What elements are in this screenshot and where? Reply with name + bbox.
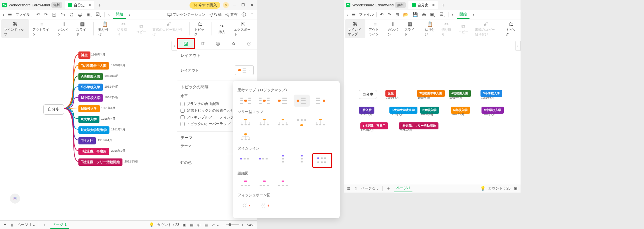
view-mindmap-button-r[interactable]: ⌘マインドマップ [345, 19, 365, 38]
document-tab[interactable]: 自分史 [65, 1, 94, 9]
ribbon-prev-icon[interactable]: ‹ [107, 11, 110, 18]
page-select[interactable]: ページ-1 ⌄ [17, 222, 35, 227]
layout-option[interactable] [256, 116, 272, 128]
view-kanban-button-r[interactable]: ⫴カンバン [385, 19, 401, 38]
zoom-slider[interactable]: −＋ [223, 222, 244, 227]
layout-option[interactable] [238, 131, 254, 143]
panel-tab-style[interactable] [195, 38, 211, 49]
topic-button-r[interactable]: 🗂トピック [503, 19, 519, 38]
layout-option[interactable] [238, 200, 254, 212]
mindmap-node[interactable]: M中学校入学 [78, 94, 103, 102]
layout-option[interactable] [238, 153, 254, 165]
nav-back-icon-r[interactable]: ‹ [346, 11, 348, 18]
format-painter-button[interactable]: 🖌書式のコピー貼り付け [150, 19, 187, 38]
sb-slide-icon-r[interactable]: ▯ [354, 186, 357, 191]
buy-now-button[interactable]: 今すぐ購入 [190, 2, 220, 9]
sb-slide-icon[interactable]: ▯ [10, 222, 14, 228]
layout-option[interactable] [294, 95, 310, 107]
ribbon-prev-icon-r[interactable]: ‹ [451, 11, 454, 18]
print-icon[interactable] [77, 12, 83, 18]
layout-option[interactable] [238, 178, 254, 190]
layout-option[interactable] [238, 116, 254, 128]
insert-button[interactable]: ↷挿入 [214, 22, 230, 36]
cut-button-r[interactable]: ✂切り取り [439, 19, 455, 38]
layout-option[interactable] [275, 116, 291, 128]
collapse-ribbon-icon[interactable]: ⌃ [250, 11, 255, 18]
layout-option[interactable] [256, 95, 272, 107]
format-painter-button-r[interactable]: 🖌書式のコピー貼り付け [472, 19, 499, 38]
print-icon-r[interactable]: 🖶 [421, 11, 427, 18]
ribbon-tab-start[interactable]: 開始 [113, 10, 126, 19]
checklist-icon[interactable]: ☑▾ [95, 11, 102, 18]
add-page-button-r[interactable]: ＋ [386, 186, 391, 192]
new-tab-button[interactable]: ＋ [97, 2, 102, 9]
layout-option[interactable] [312, 95, 328, 107]
hamburger-icon-r[interactable]: ☰ [351, 11, 356, 18]
sb-fit-icon[interactable]: ▣ [182, 222, 187, 228]
share-button[interactable]: 共有 [225, 12, 238, 17]
open-icon-r[interactable]: 📂 [402, 11, 409, 18]
redo-icon-r[interactable]: ↷ [387, 11, 392, 18]
layout-option[interactable] [275, 153, 291, 165]
help-icon[interactable]: ⓘ [241, 11, 247, 18]
layout-option[interactable] [294, 153, 310, 165]
hamburger-icon[interactable]: ☰ [7, 11, 13, 18]
user-avatar[interactable]: y [223, 2, 229, 8]
sb-view-icon[interactable]: ▦ [204, 222, 209, 228]
undo-icon-r[interactable]: ↶ [379, 11, 384, 18]
mindmap-node[interactable]: T社退職、フリー活動開始 [78, 158, 122, 166]
copy-button-r[interactable]: ⧉コピー [455, 22, 471, 36]
mindmap-node[interactable]: K大学入学 [78, 116, 99, 123]
mindmap-node[interactable]: T社入社 [78, 137, 96, 144]
layout-option[interactable] [312, 153, 332, 168]
tips-icon-r[interactable]: 💡 [480, 186, 486, 191]
layout-option[interactable] [256, 178, 272, 190]
mindmap-node[interactable]: 誕生 [78, 51, 90, 59]
root-node[interactable]: 自分史 [43, 104, 64, 115]
mindmap-node[interactable]: K大学大学院進学 [78, 126, 109, 134]
mindmap-node[interactable]: S小学校入学 [78, 84, 103, 91]
file-menu[interactable]: ファイル [15, 12, 30, 17]
file-menu-r[interactable]: ファイル [359, 12, 374, 17]
save-icon-r[interactable]: 💾 [412, 11, 418, 18]
cut-button[interactable]: ✂切り取り [114, 19, 132, 38]
page-tab[interactable]: ページ-1 [50, 221, 69, 229]
new-icon-r[interactable]: ⊞ [395, 11, 400, 18]
panel-tab-clipart[interactable] [226, 38, 242, 49]
add-page-button[interactable]: ＋ [42, 222, 47, 228]
close-button[interactable]: ✕ [249, 2, 255, 8]
ribbon-tab-start-r[interactable]: 開始 [457, 10, 469, 19]
save-icon[interactable] [68, 12, 74, 18]
redo-icon[interactable]: ↷ [43, 11, 48, 18]
sb-zoom-icon[interactable]: ⤢ ⌄ [211, 222, 220, 228]
topic-button[interactable]: 🗂トピック [192, 19, 210, 38]
layout-option[interactable] [275, 178, 291, 190]
layout-option[interactable] [238, 95, 254, 107]
panel-collapse-handle-r[interactable]: ‹ [515, 41, 521, 51]
mindmap-node[interactable]: M高校入学 [78, 105, 100, 112]
copy-button[interactable]: ⧉コピー [133, 22, 149, 36]
mindmap-node[interactable]: T社退職、再雇用 [78, 148, 109, 155]
view-outline-button[interactable]: ≡アウトライン [30, 19, 54, 38]
sb-outline-icon[interactable]: ≣ [3, 222, 7, 228]
layout-select[interactable]: ⌄ [235, 65, 254, 75]
mindmap-node[interactable]: T幼稚園年中入園 [78, 62, 109, 70]
export-button[interactable]: ⇱エクスポート [231, 19, 256, 38]
sb-outline-icon-r[interactable]: ≣ [346, 186, 351, 191]
layout-option[interactable] [256, 200, 272, 212]
paste-button-r[interactable]: 📋貼り付け [422, 19, 438, 38]
open-icon[interactable] [60, 12, 66, 18]
layout-option[interactable] [294, 116, 310, 128]
maximize-button[interactable]: ☐ [240, 2, 246, 8]
new-tab-button-r[interactable]: ＋ [440, 2, 446, 9]
layout-option[interactable] [312, 116, 328, 128]
tips-icon[interactable]: 💡 [149, 222, 154, 227]
sb-focus-icon[interactable]: ◎ [197, 222, 201, 228]
layout-option[interactable] [275, 95, 291, 107]
post-button[interactable]: 投稿 [209, 12, 222, 17]
page-tab-r[interactable]: ページ-1 [394, 185, 412, 192]
mindmap-canvas[interactable]: M 自分史誕生1966年4月T幼稚園年中入園1969年4月A幼稚園入園1961年… [0, 38, 177, 220]
ribbon-next-icon-r[interactable]: › [472, 11, 475, 18]
checklist-icon-r[interactable]: ☑▾ [439, 11, 445, 18]
paste-button[interactable]: 📋貼り付け [96, 19, 114, 38]
